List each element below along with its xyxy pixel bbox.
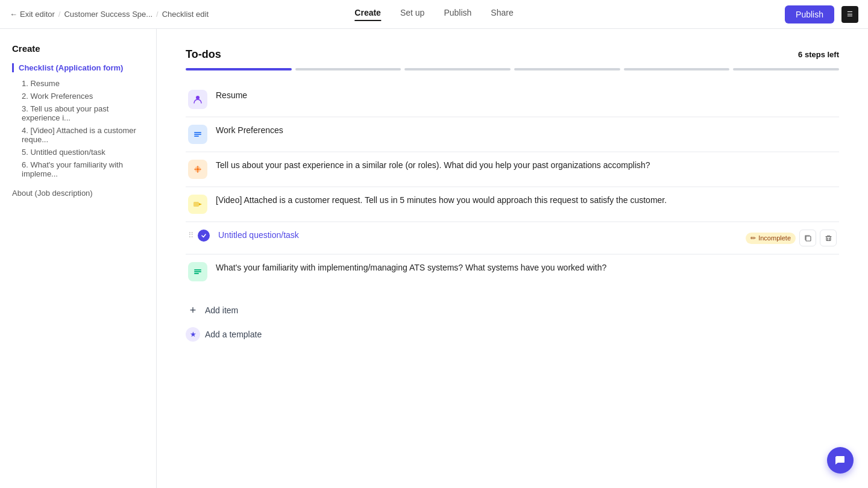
resume-icon: [188, 90, 207, 109]
separator-1: /: [58, 10, 61, 19]
header-nav: Create Set up Publish Share: [354, 8, 513, 21]
progress-seg-4: [514, 68, 620, 70]
back-arrow-icon: ←: [10, 10, 17, 19]
header-right: Publish ☰: [785, 5, 858, 23]
nav-create[interactable]: Create: [354, 8, 381, 21]
work-prefs-title: Work Preferences: [216, 125, 283, 135]
sidebar-title: Create: [12, 43, 144, 54]
nav-setup[interactable]: Set up: [400, 8, 424, 21]
svg-rect-3: [194, 136, 199, 137]
untitled-title[interactable]: Untitled question/task: [218, 230, 299, 240]
svg-rect-9: [826, 236, 831, 240]
pencil-icon: ✏: [750, 234, 756, 242]
experience-content: Tell us about your past experience in a …: [216, 160, 837, 172]
list-item-experience: Tell us about your past experience in a …: [186, 152, 839, 187]
publish-button[interactable]: Publish: [785, 5, 834, 23]
plus-icon: +: [186, 303, 200, 318]
copy-button[interactable]: [799, 230, 816, 246]
sidebar-item-1[interactable]: 1. Resume: [12, 77, 144, 90]
list-item-untitled: ⠿ Untitled question/task ✏ Incomplete: [186, 222, 839, 254]
sidebar-item-2[interactable]: 2. Work Preferences: [12, 90, 144, 102]
progress-seg-1: [186, 68, 292, 70]
sidebar-section-title[interactable]: Checklist (Application form): [12, 63, 144, 72]
svg-point-5: [197, 168, 199, 170]
add-item-label: Add item: [205, 305, 238, 315]
header: ← Exit editor / Customer Success Spe... …: [0, 0, 868, 29]
sidebar-item-6[interactable]: 6. What's your familiarity with impleme.…: [12, 158, 144, 180]
items-list: Resume Work Preferences: [186, 83, 839, 289]
svg-rect-6: [193, 202, 199, 207]
main-title: To-dos: [186, 48, 221, 61]
experience-icon: [188, 160, 207, 179]
video-content: [Video] Attached is a customer request. …: [216, 195, 837, 207]
sidebar-item-3[interactable]: 3. Tell us about your past experience i.…: [12, 102, 144, 124]
incomplete-label: Incomplete: [758, 234, 791, 242]
add-template-label: Add a template: [205, 330, 262, 339]
list-item-familiarity: What's your familiarity with implementin…: [186, 255, 839, 289]
video-icon: [188, 195, 207, 214]
untitled-actions: ✏ Incomplete: [746, 230, 837, 246]
resume-content: Resume: [216, 90, 837, 102]
video-title: [Video] Attached is a customer request. …: [216, 195, 667, 205]
delete-button[interactable]: [820, 230, 837, 246]
exit-editor-button[interactable]: ← Exit editor: [10, 10, 55, 19]
svg-rect-1: [194, 132, 201, 133]
svg-rect-12: [194, 273, 199, 274]
add-template-button[interactable]: ★ Add a template: [186, 325, 839, 344]
separator-2: /: [156, 10, 159, 19]
avatar-icon: ☰: [847, 10, 853, 18]
familiarity-content: What's your familiarity with implementin…: [216, 262, 837, 274]
list-item-video: [Video] Attached is a customer request. …: [186, 187, 839, 222]
svg-point-0: [196, 96, 200, 99]
add-item-button[interactable]: + Add item: [186, 301, 839, 320]
svg-rect-8: [806, 236, 811, 241]
star-icon: ★: [186, 327, 200, 342]
exit-label: Exit editor: [20, 10, 55, 19]
sidebar: Create Checklist (Application form) 1. R…: [0, 29, 157, 488]
resume-title: Resume: [216, 90, 247, 100]
experience-title: Tell us about your past experience in a …: [216, 160, 650, 170]
svg-rect-11: [194, 271, 201, 272]
progress-seg-2: [295, 68, 401, 70]
incomplete-badge[interactable]: ✏ Incomplete: [746, 233, 796, 244]
drag-handle-icon[interactable]: ⠿: [188, 231, 194, 240]
list-item-resume: Resume: [186, 83, 839, 117]
sidebar-item-4[interactable]: 4. [Video] Attached is a customer reque.…: [12, 124, 144, 146]
progress-seg-6: [733, 68, 839, 70]
progress-seg-5: [624, 68, 730, 70]
nav-share[interactable]: Share: [491, 8, 513, 21]
work-prefs-icon: [188, 125, 207, 144]
chat-fab-button[interactable]: [827, 447, 854, 474]
untitled-content: Untitled question/task: [218, 230, 738, 242]
header-left: ← Exit editor / Customer Success Spe... …: [10, 10, 209, 19]
sidebar-group-about[interactable]: About (Job description): [12, 189, 144, 198]
add-section: + Add item ★ Add a template: [186, 301, 839, 344]
progress-bar: [186, 68, 839, 70]
sidebar-item-5[interactable]: 5. Untitled question/task: [12, 146, 144, 158]
breadcrumb-customer[interactable]: Customer Success Spe...: [64, 10, 153, 19]
main-content: To-dos 6 steps left: [157, 29, 868, 488]
list-item-work-prefs: Work Preferences: [186, 117, 839, 152]
work-prefs-content: Work Preferences: [216, 125, 837, 137]
steps-left: 6 steps left: [798, 50, 839, 59]
main-header: To-dos 6 steps left: [186, 48, 839, 61]
checkbox-icon: [198, 230, 210, 242]
familiarity-title: What's your familiarity with implementin…: [216, 263, 606, 272]
svg-rect-10: [194, 269, 201, 271]
layout: Create Checklist (Application form) 1. R…: [0, 29, 868, 488]
progress-seg-3: [404, 68, 511, 70]
svg-rect-2: [194, 134, 201, 135]
avatar[interactable]: ☰: [841, 6, 858, 23]
nav-publish[interactable]: Publish: [444, 8, 471, 21]
familiarity-icon: [188, 262, 207, 281]
svg-marker-7: [199, 203, 202, 205]
breadcrumb-checklist[interactable]: Checklist edit: [162, 10, 209, 19]
